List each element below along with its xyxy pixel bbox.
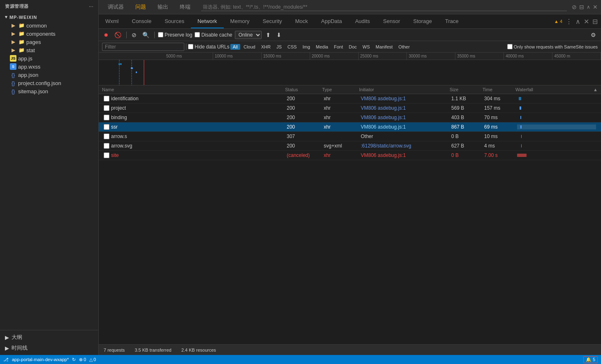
type-btn-font[interactable]: Font: [332, 44, 346, 50]
sidebar-item-components[interactable]: ▶ 📁 components: [0, 30, 98, 38]
row-checkbox[interactable]: [104, 152, 109, 158]
filter-input[interactable]: [102, 43, 184, 51]
same-site-check[interactable]: Only show requests with SameSite issues: [507, 44, 598, 49]
table-row[interactable]: project 200 xhr VM806 asdebug.js:1 569 B…: [99, 104, 601, 113]
search-button[interactable]: 🔍: [141, 31, 151, 39]
sidebar-item-appjs[interactable]: JS app.js: [0, 54, 98, 62]
table-row[interactable]: site (canceled) xhr VM806 asdebug.js:1 0…: [99, 151, 601, 160]
preserve-log-check[interactable]: Preserve log: [158, 32, 192, 38]
initiator-link[interactable]: :61298/static/arrow.svg: [361, 143, 411, 149]
item-label: sitemap.json: [18, 88, 48, 94]
same-site-checkbox[interactable]: [507, 44, 513, 49]
tab-terminal[interactable]: 终端: [174, 1, 196, 13]
sidebar-item-pages[interactable]: ▶ 📁 pages: [0, 38, 98, 46]
sidebar-item-projectjson[interactable]: {} project.config.json: [0, 79, 98, 87]
sidebar-header-icons[interactable]: ···: [89, 4, 93, 9]
notification-bell[interactable]: 🔔 5: [583, 356, 598, 363]
filter-icon[interactable]: ⊘: [572, 4, 577, 10]
throttle-select[interactable]: Online: [235, 31, 262, 39]
tab-mock[interactable]: Mock: [289, 15, 315, 28]
tab-wxml[interactable]: Wxml: [99, 15, 125, 28]
tab-audits[interactable]: Audits: [348, 15, 376, 28]
disable-cache-check[interactable]: Disable cache: [195, 32, 232, 38]
sidebar-item-common[interactable]: ▶ 📁 common: [0, 21, 98, 30]
initiator-link[interactable]: VM806 asdebug.js:1: [361, 152, 406, 158]
row-checkbox[interactable]: [104, 134, 109, 139]
header-waterfall[interactable]: Waterfall ▲: [515, 87, 598, 92]
tab-security[interactable]: Security: [256, 15, 289, 28]
header-size[interactable]: Size: [450, 87, 483, 92]
type-btn-img[interactable]: Img: [300, 44, 312, 50]
tab-output[interactable]: 输出: [152, 1, 174, 13]
cell-name: binding: [102, 114, 285, 121]
hide-data-urls-checkbox[interactable]: [188, 44, 193, 49]
row-checkbox[interactable]: [104, 96, 109, 101]
tab-network[interactable]: Network: [191, 15, 224, 28]
type-btn-doc[interactable]: Doc: [346, 44, 360, 50]
sidebar-item-appcss[interactable]: S app.wxss: [0, 62, 98, 71]
type-btn-js[interactable]: JS: [274, 44, 284, 50]
row-checkbox[interactable]: [104, 105, 109, 111]
tab-appdata[interactable]: AppData: [315, 15, 349, 28]
import-button[interactable]: ⬆: [264, 31, 272, 39]
header-initiator[interactable]: Initiator: [359, 87, 450, 92]
tab-memory[interactable]: Memory: [224, 15, 256, 28]
type-btn-cloud[interactable]: Cloud: [241, 44, 258, 50]
type-btn-manifest[interactable]: Manifest: [373, 44, 395, 50]
header-time[interactable]: Time: [483, 87, 515, 92]
tab-sources[interactable]: Sources: [158, 15, 191, 28]
type-btn-other[interactable]: Other: [396, 44, 413, 50]
devtools-filter-input[interactable]: [201, 3, 567, 11]
type-btn-ws[interactable]: WS: [360, 44, 372, 50]
chevron-up-icon[interactable]: ∧: [587, 4, 590, 10]
type-btn-xhr[interactable]: XHR: [259, 44, 273, 50]
tab-debugger[interactable]: 调试器: [102, 1, 130, 13]
split-view-icon[interactable]: ⊟: [592, 18, 598, 25]
tab-sensor[interactable]: Sensor: [376, 15, 406, 28]
refresh-icon[interactable]: ↻: [72, 357, 76, 362]
timeline-item[interactable]: ▶ 时间线: [0, 343, 98, 353]
chevron-up-icon[interactable]: ∧: [575, 18, 580, 25]
table-row[interactable]: identification 200 xhr VM806 asdebug.js:…: [99, 94, 601, 104]
table-row[interactable]: binding 200 xhr VM806 asdebug.js:1 403 B…: [99, 113, 601, 122]
initiator-link[interactable]: VM806 asdebug.js:1: [361, 96, 406, 101]
header-type[interactable]: Type: [322, 87, 359, 92]
settings-button[interactable]: ⚙: [589, 31, 598, 39]
split-icon[interactable]: ⊟: [579, 4, 584, 10]
tab-issues[interactable]: 问题: [130, 1, 152, 13]
table-row[interactable]: ssr 200 xhr VM806 asdebug.js:1 867 B 69 …: [99, 122, 601, 132]
cell-name: site: [102, 152, 285, 159]
initiator-link[interactable]: VM806 asdebug.js:1: [361, 124, 406, 130]
filter-button[interactable]: ⊘: [130, 31, 138, 39]
close-icon[interactable]: ✕: [584, 18, 589, 25]
clear-button[interactable]: 🚫: [113, 31, 123, 39]
initiator-link[interactable]: VM806 asdebug.js:1: [361, 105, 406, 111]
hide-data-urls-check[interactable]: Hide data URLs: [188, 44, 230, 50]
type-btn-all[interactable]: All: [230, 44, 240, 50]
more-icon[interactable]: ⋮: [566, 18, 572, 25]
row-checkbox[interactable]: [104, 115, 109, 120]
tab-trace[interactable]: Trace: [439, 15, 465, 28]
export-button[interactable]: ⬇: [275, 31, 283, 39]
disable-cache-checkbox[interactable]: [195, 32, 200, 37]
close-icon[interactable]: ✕: [593, 4, 598, 10]
initiator-link[interactable]: VM806 asdebug.js:1: [361, 115, 406, 120]
type-btn-css[interactable]: CSS: [285, 44, 299, 50]
tab-console[interactable]: Console: [125, 15, 158, 28]
outline-item[interactable]: ▶ 大纲: [0, 332, 98, 343]
preserve-log-checkbox[interactable]: [158, 32, 163, 37]
table-row[interactable]: arrow.svg 200 svg+xml :61298/static/arro…: [99, 141, 601, 151]
type-btn-media[interactable]: Media: [313, 44, 331, 50]
sidebar-item-stat[interactable]: ▶ 📁 stat: [0, 46, 98, 54]
table-row[interactable]: arrow.s 307 Other 0 B 10 ms: [99, 132, 601, 141]
header-name[interactable]: Name: [102, 87, 285, 92]
sidebar-item-sitemapjson[interactable]: {} sitemap.json: [0, 87, 98, 95]
header-status[interactable]: Status: [285, 87, 322, 92]
more-icon[interactable]: ···: [89, 4, 93, 9]
record-button[interactable]: ⏺: [102, 31, 110, 39]
mp-weixin-section[interactable]: ▾ MP-WEIXIN: [0, 13, 98, 21]
row-checkbox[interactable]: [104, 143, 109, 149]
row-checkbox[interactable]: [104, 124, 109, 130]
tab-storage[interactable]: Storage: [407, 15, 439, 28]
sidebar-item-appjson[interactable]: {} app.json: [0, 71, 98, 79]
